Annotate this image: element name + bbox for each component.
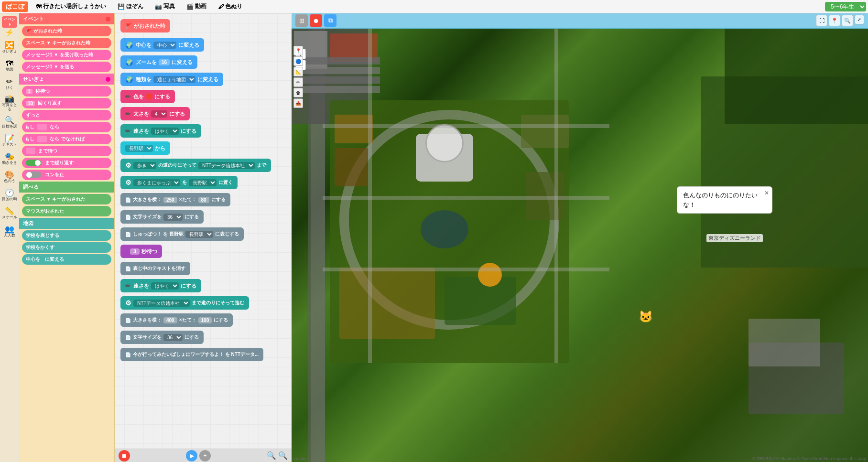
code-block-movedest[interactable]: ⚙ NTTデータ信越本社 まで道のりにそって進む xyxy=(120,296,249,310)
code-block-color[interactable]: ✏ 色を にする xyxy=(120,90,175,103)
code-block-speed[interactable]: ✏ 速さを はやく にする xyxy=(120,124,201,138)
nav-douga[interactable]: 🎬 動画 xyxy=(183,1,210,11)
stop-button[interactable]: ⏹ xyxy=(119,450,130,462)
block-center-change[interactable]: 中心を に変える xyxy=(22,254,111,265)
code-block-speed2[interactable]: ✏ 速さを はやく にする xyxy=(120,279,201,292)
block-if-else[interactable]: もし なら でなければ xyxy=(22,134,111,144)
code-block-wait3[interactable]: 3 秒待つ xyxy=(120,245,162,258)
code-block-size2[interactable]: 📄 大きさを横： 400 ×たて： 100 にする xyxy=(120,313,233,327)
sidebar-item-sagasu[interactable]: 🔍 目標を調 xyxy=(1,114,18,131)
sidebar-item-torikago[interactable]: 📸 写真をとる xyxy=(1,93,18,113)
color-circle[interactable] xyxy=(146,93,152,100)
map-tb-record[interactable]: ⏺ xyxy=(310,14,322,27)
block-stop[interactable]: コンを止 xyxy=(22,170,111,180)
block-wait-1sec[interactable]: 1 秒待つ xyxy=(22,86,111,97)
sidebar-item-seigyo[interactable]: 🔀 せいぎょ xyxy=(1,39,18,56)
code-block-width[interactable]: ✏ 太さを 4 にする xyxy=(120,107,190,120)
toggle-repeat[interactable] xyxy=(26,160,41,166)
sidebar-item-ninzu[interactable]: 👥 人人数 xyxy=(1,223,18,240)
sidebar-item-scale[interactable]: 📏 スケール xyxy=(1,204,18,222)
grade-select[interactable]: 5〜6年生 xyxy=(825,2,866,11)
speed-select[interactable]: はやく xyxy=(151,128,179,135)
showtext1-select[interactable]: 長野駅 xyxy=(185,231,213,238)
vert-road-2 xyxy=(554,29,558,363)
sidebar-item-ugoki[interactable]: 🎭 動きをき xyxy=(1,150,18,167)
code-block-size1[interactable]: 📄 大きさを横： 250 ×たて： 80 にする xyxy=(120,193,230,206)
font2-select[interactable]: 36 xyxy=(163,334,183,341)
code-block-maptype[interactable]: 🌍 種類を 通じょう地図 に変える xyxy=(120,73,223,86)
map-search[interactable]: 🔍 xyxy=(842,15,853,26)
block-repeat-until[interactable]: まで繰り返す xyxy=(22,158,111,168)
block-show-school[interactable]: 学校を表じする xyxy=(22,230,111,241)
map-location[interactable]: 📍 xyxy=(829,15,840,26)
map-tb-grid[interactable]: ⊞ xyxy=(295,14,308,27)
block-message-send[interactable]: メッセージ1 ▼ を送る xyxy=(22,62,111,72)
map-tooltip: ✕ 色んなのりものにのりたいな！ xyxy=(677,186,772,214)
code-block-cleartext[interactable]: 📄 表じ中のテキストを消す xyxy=(120,262,190,275)
track-2 xyxy=(294,67,380,74)
satellite-view[interactable]: 東京ディズニーランド 🐱 ✕ 色んなのりものにのりたいな！ + − 📍 🔵 📐 … xyxy=(292,29,868,462)
sidebar-item-event[interactable]: イベント ⚡ xyxy=(1,15,18,38)
block-wait-until[interactable]: まで待つ xyxy=(22,146,111,156)
sidebar-item-chizu[interactable]: 🗺 地図 xyxy=(1,57,18,74)
control-icon: 🔀 xyxy=(5,41,14,50)
sidebar-item-jikan[interactable]: 🕐 目的の時 xyxy=(1,186,18,204)
side-icon-1[interactable]: 📍 xyxy=(293,46,303,55)
map-expand[interactable]: ⤢ xyxy=(855,15,864,24)
side-icon-4[interactable]: ✏ xyxy=(293,77,303,87)
sidebar-item-iro[interactable]: 🎨 色のう xyxy=(1,168,18,185)
people-icon: 👥 xyxy=(5,225,14,234)
code-block-zoom[interactable]: 🌍 ズームを 16 に変える xyxy=(120,55,197,69)
place-dest[interactable]: 長野駅 xyxy=(189,179,217,186)
place-char[interactable]: 歩くまにゃっぷ xyxy=(133,179,180,186)
nav-hozon[interactable]: 💾 ほぞん xyxy=(114,1,147,11)
nav-shashin[interactable]: 📷 写真 xyxy=(151,1,179,11)
code-block-showtext1[interactable]: 📄 しゅっぱつ！ を 長野駅 長野駅 に表じする xyxy=(120,227,244,241)
width-select[interactable]: 4 xyxy=(151,110,167,118)
sidebar-item-hiku[interactable]: ✏ ひく xyxy=(1,75,18,92)
zoom-out-code[interactable]: 🔍 xyxy=(278,451,288,460)
code-block-center[interactable]: 🌍 中心を 中心 に変える xyxy=(120,38,204,52)
code-block-place[interactable]: ⚙ 歩くまにゃっぷ を 長野駅 に置く xyxy=(120,176,238,189)
block-space-pressed[interactable]: スペース ▼ キーがおされた xyxy=(22,194,111,204)
block-flag-pressed[interactable]: 🚩 がおされた時 xyxy=(22,26,111,36)
side-icon-5[interactable]: 🗑 xyxy=(293,88,303,97)
route-dest[interactable]: NTTデータ信越本社 xyxy=(198,162,255,169)
block-group-final: 📄 今が行ってみたいばしょにワープするよ！ を NTTデータ... xyxy=(120,348,286,362)
tooltip-close[interactable]: ✕ xyxy=(764,189,769,197)
add-button[interactable]: + xyxy=(199,450,211,462)
font1-text2: にする xyxy=(184,214,199,220)
block-mouse-pressed[interactable]: マウスがおされた xyxy=(22,206,111,216)
block-if[interactable]: もし なら xyxy=(22,122,111,132)
toggle-stop[interactable] xyxy=(26,172,41,178)
maptype-select[interactable]: 通じょう地図 xyxy=(153,76,195,83)
block-repeat-10[interactable]: 10 回くり返す xyxy=(22,98,111,108)
block-hide-school[interactable]: 学校をかくす xyxy=(22,242,111,253)
code-block-from[interactable]: 長野駅 から xyxy=(120,141,170,155)
block-space-key[interactable]: スペース ▼ キーがおされた時 xyxy=(22,38,111,48)
map-fullscreen[interactable]: ⛶ xyxy=(816,15,827,26)
code-block-font1[interactable]: 📄 文字サイズを 36 にする xyxy=(120,210,204,224)
zoom-in-code[interactable]: 🔍 xyxy=(267,451,276,460)
side-icon-6[interactable]: 📤 xyxy=(293,98,303,108)
nav-ironuri[interactable]: 🖌 色ぬり xyxy=(214,1,246,11)
nav-yuki[interactable]: 🗺 行きたい場所しょうかい xyxy=(32,1,110,11)
side-icon-2[interactable]: 🔵 xyxy=(293,56,303,66)
code-block-route[interactable]: ⚙ 歩き の道のりにそって NTTデータ信越本社 まで xyxy=(120,159,271,172)
map-tb-copy[interactable]: ⧉ xyxy=(324,14,336,27)
center-select[interactable]: 中心 xyxy=(153,42,176,49)
block-forever[interactable]: ずっと xyxy=(22,110,111,120)
code-block-flag[interactable]: 🚩 がおされた時 xyxy=(120,19,170,32)
block-message-receive[interactable]: メッセージ1 ▼ を受け取った時 xyxy=(22,50,111,60)
speed2-select[interactable]: はやく xyxy=(151,282,179,290)
sidebar-item-text[interactable]: 📝 テキスト xyxy=(1,132,18,149)
play-button[interactable]: ▶ xyxy=(186,450,197,462)
code-block-font2[interactable]: 📄 文字サイズを 36 にする xyxy=(120,331,204,344)
code-block-final[interactable]: 📄 今が行ってみたいばしょにワープするよ！ を NTTデータ... xyxy=(120,348,263,361)
movedest-select[interactable]: NTTデータ信越本社 xyxy=(133,300,190,307)
code-toolbar: ⏹ ▶ + 🔍 🔍 xyxy=(115,449,292,462)
font1-select[interactable]: 36 xyxy=(163,214,183,221)
route-mode[interactable]: 歩き xyxy=(133,162,156,169)
from-select[interactable]: 長野駅 xyxy=(125,145,153,152)
side-icon-3[interactable]: 📐 xyxy=(293,67,303,76)
